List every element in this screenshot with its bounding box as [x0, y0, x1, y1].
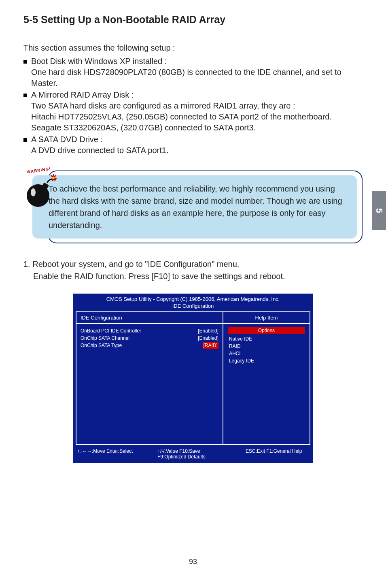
bios-footer: ↑↓←→:Move Enter:Select +/-/:Value F10:Sa… [73, 447, 313, 463]
bios-subtitle: IDE Configuration [73, 303, 313, 311]
bios-option: RAID [229, 343, 304, 350]
bullet-item: A Mirrored RAID Array Disk : [23, 89, 363, 100]
square-bullet-icon [23, 94, 27, 97]
square-bullet-icon [23, 60, 27, 64]
bios-setting-value: [Enabled] [198, 334, 218, 342]
bios-settings-list: OnBoard PCI IDE Controller [Enabled] OnC… [76, 324, 223, 352]
bios-title: CMOS Setup Utility - Copyright (C) 1985-… [73, 294, 313, 303]
bios-footer-value: +/-/:Value F10:Save [157, 448, 238, 454]
bios-setting-row: OnChip SATA Type [RAID] [81, 342, 218, 349]
bios-option: AHCI [229, 350, 304, 357]
bullet-body-line: One hard disk HDS728090PLAT20 (80GB) is … [31, 67, 363, 89]
step-line: Enable the RAID function. Press [F10] to… [33, 270, 363, 282]
callout-text: To achieve the best performance and reli… [32, 175, 357, 239]
intro-text: This section assumes the following setup… [23, 43, 363, 53]
chapter-number: 5 [374, 208, 384, 213]
bios-setting-value: [Enabled] [198, 327, 218, 334]
bios-right-panel: Help Item Options Native IDE RAID AHCI L… [223, 312, 310, 444]
bios-help-header: Help Item [223, 312, 310, 324]
bios-setting-value-selected: [RAID] [203, 342, 218, 349]
bios-setting-row: OnBoard PCI IDE Controller [Enabled] [81, 327, 218, 334]
bios-footer-center: +/-/:Value F10:Save F9:Optimized Default… [157, 448, 238, 460]
section-heading: 5-5 Setting Up a Non-Bootable RAID Array [23, 14, 363, 26]
svg-point-3 [52, 177, 55, 179]
bullet-body-line: A DVD drive connected to SATA port1. [31, 145, 363, 156]
svg-point-1 [31, 188, 36, 196]
bios-setting-label: OnChip SATA Channel [81, 334, 129, 342]
bios-footer-exit: ESC:Exit F1:General Help [246, 448, 309, 460]
bios-option: Legacy IDE [229, 357, 304, 364]
bios-setting-label: OnChip SATA Type [81, 342, 122, 349]
callout-frame: To achieve the best performance and reli… [48, 170, 363, 243]
step-line: 1. Reboot your system, and go to "IDE Co… [23, 258, 363, 270]
bios-left-panel: IDE Configuration OnBoard PCI IDE Contro… [76, 312, 223, 444]
bios-options-list: Native IDE RAID AHCI Legacy IDE [223, 335, 310, 364]
bullet-item: Boot Disk with Windows XP installed : [23, 56, 363, 67]
bios-options-title: Options [228, 327, 305, 334]
square-bullet-icon [23, 138, 27, 142]
bios-footer-move: ↑↓←→:Move Enter:Select [77, 448, 150, 460]
bullet-body-line: Two SATA hard disks are configured as a … [31, 100, 363, 111]
page-number: 93 [0, 558, 386, 566]
step-text: 1. Reboot your system, and go to "IDE Co… [23, 258, 363, 282]
bios-option: Native IDE [229, 335, 304, 343]
bullet-body-line: Seagate ST3320620AS, (320.07GB) connecte… [31, 122, 363, 133]
bullet-title: A SATA DVD Drive : [31, 134, 103, 145]
bullet-title: A Mirrored RAID Array Disk : [31, 89, 134, 100]
warning-callout: WARNING! To achieve the best performance… [23, 170, 363, 243]
bullet-item: A SATA DVD Drive : [23, 134, 363, 145]
bios-footer-defaults: F9:Optimized Defaults [157, 454, 238, 460]
bios-left-header: IDE Configuration [76, 312, 223, 324]
bomb-icon [22, 172, 58, 209]
chapter-tab: 5 [372, 191, 386, 230]
bios-body: IDE Configuration OnBoard PCI IDE Contro… [76, 311, 310, 445]
bullet-title: Boot Disk with Windows XP installed : [31, 56, 167, 67]
bullet-body-line: Hitachi HDT725025VLA3, (250.05GB) connec… [31, 111, 363, 122]
bios-setting-label: OnBoard PCI IDE Controller [81, 327, 141, 334]
bios-setting-row: OnChip SATA Channel [Enabled] [81, 334, 218, 342]
bios-screenshot: CMOS Setup Utility - Copyright (C) 1985-… [73, 294, 313, 463]
